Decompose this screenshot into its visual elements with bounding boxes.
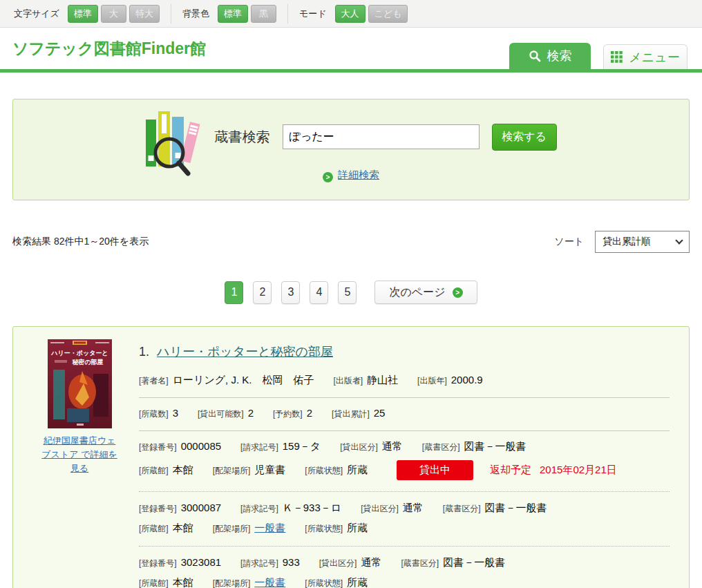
library-label: [所蔵館] xyxy=(139,466,169,475)
publisher-label: [出版者] xyxy=(333,376,363,386)
reserves-value: 2 xyxy=(307,407,312,419)
results-summary: 検索結果 82件中1～20件を表示 xyxy=(12,236,149,248)
search-input[interactable] xyxy=(283,124,480,149)
font-size-xlarge-button[interactable]: 特大 xyxy=(129,5,160,23)
next-page-label: 次のページ xyxy=(389,285,445,300)
catalog-search-label: 蔵書検索 xyxy=(215,128,270,146)
state-value: 所蔵 xyxy=(347,576,368,588)
font-size-group: 文字サイズ 標準 大 特大 xyxy=(14,5,160,23)
status-badge-on-loan: 貸出中 xyxy=(397,460,473,480)
arrow-right-icon: > xyxy=(323,172,333,182)
reg-label: [登録番号] xyxy=(139,558,177,568)
mode-label: モード xyxy=(299,8,327,20)
bg-color-black-button[interactable]: 黒 xyxy=(251,5,276,23)
page-button-3[interactable]: 3 xyxy=(281,281,300,304)
loan-label: [貸出区分] xyxy=(361,504,399,513)
sort-selected-value: 貸出累計順 xyxy=(603,236,651,248)
state-label: [所蔵状態] xyxy=(305,578,343,588)
site-header: ソフテック図書館Finder館 検索 メニュー xyxy=(0,28,702,69)
call-value: Ｋ－933－ロ xyxy=(283,502,341,513)
shelf-label: [配架場所] xyxy=(213,524,251,533)
shelf-value: 児童書 xyxy=(254,464,285,475)
return-due-date: 2015年02月21日 xyxy=(540,464,617,477)
result-item-panel: ハリー・ポッターと 秘密の部屋 紀伊国屋書店ウェブストア で詳細を見る 1. ハ… xyxy=(12,326,690,588)
page-button-5[interactable]: 5 xyxy=(338,281,357,304)
bg-color-standard-button[interactable]: 標準 xyxy=(218,5,248,23)
loan-total-label: [貸出累計] xyxy=(332,409,370,419)
divider xyxy=(139,546,670,547)
year-value: 2000.9 xyxy=(451,374,483,386)
reg-value: 3000087 xyxy=(181,502,221,513)
divider xyxy=(139,397,670,398)
call-value: 933 xyxy=(283,556,300,568)
next-page-button[interactable]: 次のページ > xyxy=(374,281,477,304)
copy-row: [登録番号]3023081 [請求記号]933 [貸出区分]通常 [蔵書区分]図… xyxy=(139,556,670,588)
loan-value: 通常 xyxy=(361,556,381,568)
publisher-value: 静山社 xyxy=(367,374,398,386)
page-button-4[interactable]: 4 xyxy=(310,281,328,304)
holdings-value: 3 xyxy=(173,407,178,419)
font-size-label: 文字サイズ xyxy=(14,8,59,20)
catalog-search-panel: 蔵書検索 検索する >詳細検索 xyxy=(12,99,690,200)
library-label: [所蔵館] xyxy=(139,524,169,533)
bg-color-label: 背景色 xyxy=(182,8,209,20)
tab-search-label: 検索 xyxy=(547,48,572,64)
item-details: 1. ハリー・ポッターと秘密の部屋 [著者名]ローリング, J. K. 松岡 佑… xyxy=(139,339,670,588)
shelf-link[interactable]: 一般書 xyxy=(254,522,285,533)
chevron-down-icon xyxy=(675,236,683,244)
state-label: [所蔵状態] xyxy=(305,466,343,475)
class-value: 図書－一般書 xyxy=(464,440,526,452)
library-value: 本館 xyxy=(173,464,193,475)
author-value: ローリング, J. K. 松岡 佑子 xyxy=(173,374,314,386)
tab-menu[interactable]: メニュー xyxy=(603,44,687,69)
state-value: 所蔵 xyxy=(347,464,368,475)
copy-row: [登録番号]3000087 [請求記号]Ｋ－933－ロ [貸出区分]通常 [蔵書… xyxy=(139,502,670,535)
font-size-large-button[interactable]: 大 xyxy=(101,5,126,23)
library-value: 本館 xyxy=(173,522,193,533)
sort-label: ソート xyxy=(554,236,584,248)
bg-color-group: 背景色 標準 黒 xyxy=(182,5,276,23)
tab-search[interactable]: 検索 xyxy=(509,43,591,69)
bookstore-detail-link[interactable]: 紀伊国屋書店ウェブストア で詳細を見る xyxy=(41,434,118,475)
page-button-2[interactable]: 2 xyxy=(253,281,272,304)
reg-value: 0000085 xyxy=(181,440,221,452)
shelf-label: [配架場所] xyxy=(213,466,251,475)
loan-value: 通常 xyxy=(403,502,424,513)
call-label: [請求記号] xyxy=(240,558,278,568)
reserves-label: [予約数] xyxy=(273,409,303,419)
loan-label: [貸出区分] xyxy=(319,558,357,568)
state-value: 所蔵 xyxy=(347,522,368,533)
lendable-value: 2 xyxy=(248,407,254,419)
class-value: 図書－一般書 xyxy=(484,502,547,513)
call-value: 159－タ xyxy=(283,440,321,452)
mode-kids-button[interactable]: こども xyxy=(368,5,408,23)
search-submit-button[interactable]: 検索する xyxy=(492,124,557,151)
year-label: [出版年] xyxy=(417,376,447,386)
divider xyxy=(171,4,171,23)
author-label: [著者名] xyxy=(139,376,169,386)
font-size-standard-button[interactable]: 標準 xyxy=(68,5,98,23)
copy-row: [登録番号]0000085 [請求記号]159－タ [貸出区分]通常 [蔵書区分… xyxy=(139,440,670,480)
author-row: [著者名]ローリング, J. K. 松岡 佑子 [出版者]静山社 [出版年]20… xyxy=(139,374,670,387)
sort-select[interactable]: 貸出累計順 xyxy=(595,231,690,253)
tab-menu-label: メニュー xyxy=(629,49,679,66)
divider xyxy=(139,430,670,431)
loan-label: [貸出区分] xyxy=(340,442,378,452)
mode-group: モード 大人 こども xyxy=(299,5,408,23)
library-value: 本館 xyxy=(173,576,193,588)
mode-adult-button[interactable]: 大人 xyxy=(335,5,366,23)
page-button-1[interactable]: 1 xyxy=(225,281,243,304)
reg-label: [登録番号] xyxy=(139,504,177,513)
search-icon xyxy=(529,50,541,62)
loan-value: 通常 xyxy=(382,440,403,452)
return-due-label: 返却予定 xyxy=(490,464,531,477)
class-label: [蔵書区分] xyxy=(443,504,481,513)
divider xyxy=(287,4,288,23)
shelf-link[interactable]: 一般書 xyxy=(254,576,285,588)
item-title-link[interactable]: ハリー・ポッターと秘密の部屋 xyxy=(157,345,333,359)
holdings-label: [所蔵数] xyxy=(139,409,169,419)
reg-label: [登録番号] xyxy=(139,442,177,452)
advanced-search-link[interactable]: 詳細検索 xyxy=(338,169,379,180)
book-cover-image[interactable]: ハリー・ポッターと 秘密の部屋 xyxy=(48,339,112,428)
lendable-label: [貸出可能数] xyxy=(198,409,244,419)
